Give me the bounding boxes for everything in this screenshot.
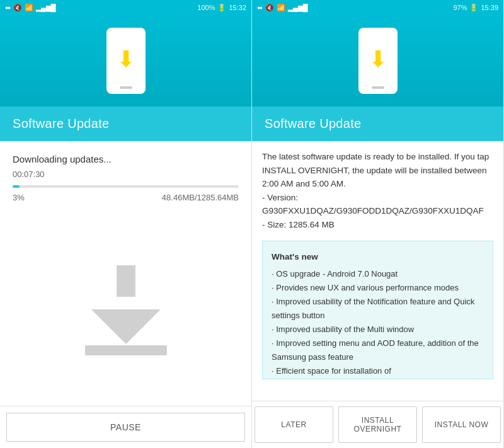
progress-bar-container [13,185,239,188]
whats-new-item-3: · Improved usability of the Multi window [272,323,484,336]
phone-body-left: ⬇ [106,28,146,94]
bluetooth-icon-right: ⬌ [257,4,263,12]
left-screen: ⬌ 🔇 📶 ▂▄▆█ 100% 🔋 15:32 ⬇ Software Updat… [0,0,252,448]
mute-icon-right: 🔇 [265,4,274,12]
header-banner-right: ⬇ [252,15,503,106]
bottom-buttons-right: LATER INSTALL OVERNIGHT INSTALL NOW [252,401,503,448]
time-right: 15:39 [481,4,498,11]
phone-body-right: ⬇ [358,28,398,94]
whats-new-title: What's new [272,250,484,265]
title-bar-left: Software Update [0,106,251,141]
time-remaining-label: 00:07:30 [13,169,239,179]
update-description: The latest software update is ready to b… [262,150,493,232]
version-label: - Version: G930FXXU1DQAZ/G930FODD1DQAZ/G… [262,193,484,216]
whats-new-item-0: · OS upgrade - Android 7.0 Nougat [272,267,484,281]
status-bar-left: ⬌ 🔇 📶 ▂▄▆█ 100% 🔋 15:32 [0,0,251,15]
wifi-icon: 📶 [25,4,33,12]
phone-icon-right: ⬇ [356,26,400,96]
pause-button[interactable]: PAUSE [6,413,245,442]
status-right-right: 97% 🔋 15:39 [453,4,498,12]
title-label-right: Software Update [265,117,361,130]
install-now-button[interactable]: INSTALL NOW [422,406,501,443]
status-icons-left: ⬌ 🔇 📶 ▂▄▆█ [5,4,56,12]
bottom-buttons-left: PAUSE [0,406,251,448]
progress-percent-label: 3% [13,193,25,202]
time-left: 15:32 [229,4,246,11]
status-bar-right: ⬌ 🔇 📶 ▂▄▆█ 97% 🔋 15:39 [252,0,503,15]
description-text: The latest software update is ready to b… [262,152,489,188]
progress-size-label: 48.46MB/1285.64MB [162,193,239,202]
battery-label-left: 100% [197,4,215,11]
progress-details: 3% 48.46MB/1285.64MB [13,193,239,202]
status-icons-right: ⬌ 🔇 📶 ▂▄▆█ [257,4,308,12]
later-button[interactable]: LATER [255,406,333,443]
bluetooth-icon: ⬌ [5,4,11,12]
whats-new-item-5: · Efficient space for installation of [272,364,484,378]
header-banner-left: ⬇ [0,15,251,106]
status-right-left: 100% 🔋 15:32 [197,4,246,12]
download-arrow-icon-right: ⬇ [369,48,387,71]
whats-new-item-4: · Improved setting menu and AOD feature,… [272,336,484,364]
title-bar-right: Software Update [252,106,503,141]
progress-bar-fill [13,185,20,188]
content-right: The latest software update is ready to b… [252,141,503,401]
install-overnight-button[interactable]: INSTALL OVERNIGHT [338,406,417,443]
whats-new-box: What's new · OS upgrade - Android 7.0 No… [262,241,493,379]
battery-label-right: 97% [453,4,467,11]
size-label: - Size: 1285.64 MB [262,220,335,229]
title-label-left: Software Update [13,117,109,130]
arrow-shaft [117,265,135,297]
big-download-icon [85,265,167,355]
whats-new-item-2: · Improved usability of the Notification… [272,295,484,323]
content-left: Downloading updates... 00:07:30 3% 48.46… [0,141,251,406]
phone-icon-left: ⬇ [104,26,148,96]
downloading-label: Downloading updates... [13,154,239,164]
battery-icon-right: 🔋 [469,4,478,12]
arrow-head [91,309,161,344]
battery-icon-left: 🔋 [217,4,226,12]
arrow-base [85,345,167,355]
download-arrow-icon-left: ⬇ [117,48,135,71]
wifi-icon-right: 📶 [277,4,285,12]
right-screen: ⬌ 🔇 📶 ▂▄▆█ 97% 🔋 15:39 ⬇ Software Update… [252,0,504,448]
signal-icon-right: ▂▄▆█ [288,4,308,12]
mute-icon: 🔇 [13,4,22,12]
signal-icon: ▂▄▆█ [36,4,56,12]
whats-new-item-1: · Provides new UX and various performanc… [272,281,484,295]
